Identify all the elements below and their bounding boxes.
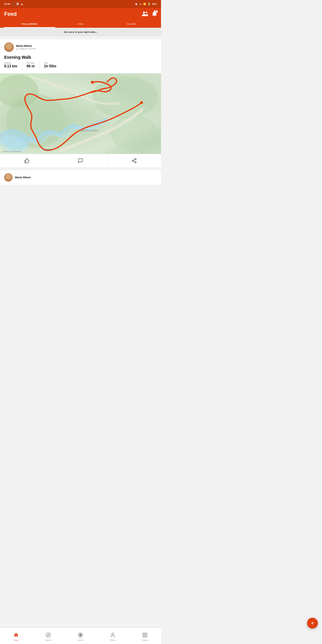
- activity-user-name[interactable]: Maria Nilsen: [16, 44, 157, 47]
- notifications-icon-button[interactable]: 20: [152, 11, 157, 17]
- like-button[interactable]: [0, 154, 54, 167]
- svg-point-11: [135, 159, 137, 160]
- cloud-status-icon: ☁: [21, 3, 23, 5]
- stat-time: Time 1h 55m: [44, 62, 56, 70]
- notification-badge: 20: [154, 10, 158, 13]
- comment-button[interactable]: [54, 154, 107, 167]
- svg-point-1: [145, 12, 147, 13]
- second-activity-card: Maria Nilsen: [0, 170, 161, 185]
- map-background: BERGSAKER Lynadn © Mapbox © OpenStreetMa…: [0, 73, 161, 154]
- svg-point-12: [132, 160, 134, 162]
- svg-text:© Mapbox © OpenStreetMap: © Mapbox © OpenStreetMap: [2, 151, 21, 152]
- user-info: Maria Nilsen ☁ Today at 7:52 PM: [16, 44, 157, 50]
- status-left: 21:54 🎵 👻 ☁: [4, 3, 23, 5]
- svg-point-7: [140, 101, 143, 104]
- tab-clubs[interactable]: CLUBS: [106, 20, 157, 28]
- feed-tabs: FOLLOWING YOU CLUBS: [4, 20, 157, 28]
- app-header: Feed 20 FOLLOWING YOU CLUBS: [0, 8, 161, 28]
- svg-line-15: [134, 160, 135, 160]
- battery-percent: 22%: [152, 3, 157, 5]
- activity-title[interactable]: Evening Walk: [0, 54, 161, 62]
- status-time: 21:54: [4, 3, 10, 5]
- svg-text:BERGSAKER: BERGSAKER: [80, 129, 99, 132]
- map-svg: BERGSAKER Lynadn © Mapbox © OpenStreetMa…: [0, 73, 161, 154]
- signal-icon: 📶: [143, 3, 146, 5]
- stat-divider-2: [39, 62, 40, 70]
- stat-divider-1: [22, 62, 22, 70]
- tab-you[interactable]: YOU: [55, 20, 106, 28]
- activity-card: Maria Nilsen ☁ Today at 7:52 PM Evening …: [0, 39, 161, 167]
- header-actions: 20: [142, 11, 157, 17]
- second-user-avatar[interactable]: [4, 173, 13, 182]
- snapchat-icon: 👻: [16, 3, 19, 5]
- april-stats-banner[interactable]: See more of your April stats...: [0, 28, 161, 36]
- battery-icon: 🔋: [148, 3, 151, 5]
- activity-stats: Distance 9.13 km Elev Gain 98 m Time 1h …: [0, 62, 161, 73]
- status-right: ⏰ ▲ 📶 🔋 22%: [135, 3, 157, 5]
- svg-point-6: [91, 81, 94, 84]
- activity-timestamp: ☁ Today at 7:52 PM: [16, 48, 157, 50]
- activity-action-bar: [0, 154, 161, 167]
- share-button[interactable]: [108, 154, 161, 167]
- svg-point-0: [143, 12, 145, 14]
- stat-elev-gain: Elev Gain 98 m: [27, 62, 35, 70]
- activity-map[interactable]: BERGSAKER Lynadn © Mapbox © OpenStreetMa…: [0, 73, 161, 154]
- wifi-icon: ▲: [139, 3, 142, 5]
- user-avatar[interactable]: [4, 42, 14, 52]
- spotify-icon: 🎵: [12, 3, 15, 5]
- card-header: Maria Nilsen ☁ Today at 7:52 PM: [0, 39, 161, 54]
- svg-point-13: [135, 162, 137, 163]
- page-title: Feed: [4, 11, 17, 17]
- stat-distance: Distance 9.13 km: [4, 62, 17, 70]
- second-activity-user-name: Maria Nilsen: [15, 176, 31, 179]
- alarm-icon: ⏰: [135, 3, 138, 5]
- svg-line-14: [134, 161, 135, 162]
- svg-text:Lynadn: Lynadn: [43, 148, 51, 151]
- tab-following[interactable]: FOLLOWING: [4, 20, 55, 28]
- weather-cloud-icon: ☁: [16, 48, 18, 50]
- svg-point-4: [110, 115, 158, 151]
- friends-icon-button[interactable]: [142, 11, 148, 17]
- status-bar: 21:54 🎵 👻 ☁ ⏰ ▲ 📶 🔋 22%: [0, 0, 161, 8]
